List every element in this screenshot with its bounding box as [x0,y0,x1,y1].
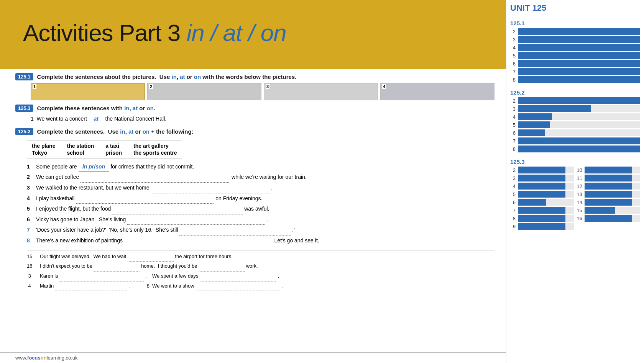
word-8: the sports centre [133,150,177,156]
bar-fill [518,223,565,230]
bar-fill [585,207,615,214]
bar-fill [518,76,640,83]
progress-row: 15 [577,207,641,214]
progress-row: 8 [510,76,640,83]
bar-container [518,223,574,230]
bar-container [518,36,640,43]
image-row-125-1: 1 2 3 4 [31,83,495,100]
progress-row: 13 [577,191,641,198]
bar-fill [585,199,632,206]
bar-container [518,167,574,173]
bar-container [518,76,640,83]
word-7: prison [105,150,122,156]
progress-row: 7 [510,207,574,214]
bar-fill [585,191,632,198]
progress-row: 2 [510,167,574,173]
bar-fill [585,215,632,222]
sub-item: 4 Martin . 8 We went to a show . [27,281,495,291]
bar-container [585,191,640,198]
bar-container [518,97,640,104]
progress-row: 3 [510,36,640,43]
progress-row: 7 [510,137,640,144]
sub-item: 16 I didn't expect you to be home. I tho… [27,262,495,271]
bar-container [518,52,640,59]
exercise-125-1: 125.1 Complete the sentences about the p… [15,73,495,100]
bar-container [518,129,640,136]
bar-container [518,121,640,128]
progress-row: 6 [510,199,574,206]
bar-fill [518,129,545,136]
header-banner: Activities Part 3 in / at / on [0,0,506,69]
bar-fill [518,113,552,120]
progress-125-2: 2 3 4 5 6 7 8 [510,97,640,152]
progress-row: 5 [510,191,574,198]
progress-row: 4 [510,183,574,190]
sidebar-section-125-3: 125.3 2 3 4 5 [510,159,640,230]
bar-container [518,28,640,35]
sentence-item: 4 I play basketball on Friday evenings. [27,193,495,204]
img-4: 4 [380,83,495,100]
progress-row: 6 [510,60,640,67]
bar-fill [518,175,565,182]
progress-row: 5 [510,52,640,59]
bar-container [518,199,574,206]
sentence-item: 3 We walked to the restaurant, but we we… [27,183,495,193]
bar-container [585,175,640,182]
title-highlight: in / at / on [186,20,286,46]
progress-col-left: 2 3 4 5 6 [510,167,574,230]
progress-row: 7 [510,68,640,75]
sub-item: 15 Our flight was delayed. We had to wai… [27,252,495,262]
progress-row: 14 [577,199,641,206]
bar-fill [518,215,565,222]
bar-container [585,199,640,206]
progress-row: 10 [577,167,641,173]
progress-row: 6 [510,129,640,136]
progress-row: 2 [510,97,640,104]
sub-item: 3 Karen is . We spent a few days . [27,271,495,281]
sub-sentences: 15 Our flight was delayed. We had to wai… [27,250,495,291]
section-title-125-1: 125.1 [510,20,640,26]
sidebar-section-125-1: 125.1 2 3 4 5 6 7 [510,20,640,83]
sentence-item: 8 There's a new exhibition of paintings … [27,235,495,246]
instruction-125-3: Complete these sentences with in, at or … [37,104,155,112]
word-1: the plane [32,143,55,149]
progress-row: 5 [510,121,640,128]
bar-container [585,215,640,222]
bar-container [518,105,640,112]
bar-container [518,113,640,120]
bar-container [518,207,574,214]
bar-fill [518,68,640,75]
word-3: a taxi [105,143,122,149]
bar-fill [518,146,640,152]
progress-col-right: 10 11 12 13 14 [577,167,641,230]
progress-125-1: 2 3 4 5 6 7 8 [510,28,640,83]
page-title: Activities Part 3 in / at / on [23,19,286,46]
progress-row: 8 [510,215,574,222]
bar-fill [518,105,591,112]
sentence-list-125-2: 1 Some people are in prison for crimes t… [27,162,495,246]
footer-url-text: www.focusonlearning.co.uk [15,355,78,361]
word-6: school [67,150,94,156]
bar-container [518,183,574,190]
sentence-item: 1 Some people are in prison for crimes t… [27,162,495,172]
img-3: 3 [264,83,378,100]
bar-fill [585,175,632,182]
word-4: the art gallery [133,143,177,149]
bar-fill [518,28,640,35]
bar-fill [585,167,632,173]
bar-container [585,183,640,190]
bar-fill [518,36,640,43]
sentence-item: 6 Vicky has gone to Japan. She's living … [27,214,495,225]
section-title-125-2: 125.2 [510,89,640,96]
word-2: the station [67,143,94,149]
bar-fill [518,191,565,198]
progress-row: 11 [577,175,641,182]
exercise-125-3-top: 125.3 Complete these sentences with in, … [15,104,495,124]
progress-row: 16 [577,215,641,222]
instruction-125-1: Complete the sentences about the picture… [37,73,297,81]
bar-container [518,191,574,198]
bar-container [518,44,640,51]
progress-125-3: 2 3 4 5 6 [510,167,640,230]
progress-row: 9 [510,223,574,230]
sidebar: UNIT 125 125.1 2 3 4 5 6 [506,0,644,363]
